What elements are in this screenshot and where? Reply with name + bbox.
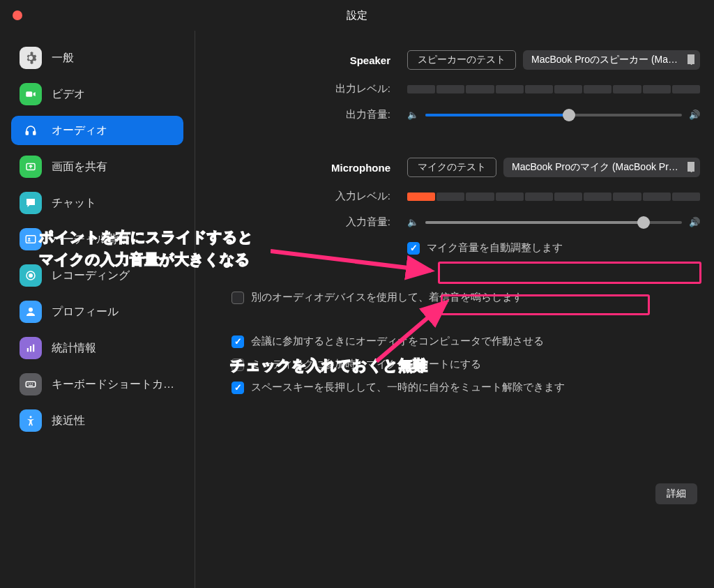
volume-high-icon: 🔊 — [689, 110, 700, 120]
accessibility-icon — [20, 409, 42, 432]
mute-on-join-checkbox[interactable] — [231, 359, 244, 371]
gear-icon — [20, 47, 42, 69]
chat-icon — [20, 192, 42, 214]
sidebar-item-3[interactable]: 画面を共有 — [11, 152, 183, 181]
output-level-meter — [407, 85, 700, 93]
svg-rect-1 — [26, 132, 28, 135]
output-volume-label: 出力音量: — [212, 108, 407, 121]
audio-settings-pane: Speaker スピーカーのテスト MacBook Proのスピーカー (Mac… — [195, 31, 714, 588]
join-audio-checkbox[interactable] — [231, 336, 244, 348]
svg-rect-10 — [30, 346, 31, 352]
svg-rect-0 — [26, 91, 32, 97]
speaker-heading: Speaker — [212, 54, 407, 66]
slider-thumb[interactable] — [637, 216, 650, 229]
person-icon — [20, 301, 42, 323]
sidebar-item-6[interactable]: レコーディング — [11, 261, 183, 290]
titlebar: 設定 — [0, 0, 714, 31]
svg-point-15 — [32, 384, 33, 385]
microphone-heading: Microphone — [212, 162, 407, 174]
auto-adjust-mic-label: マイク音量を自動調整します — [427, 241, 563, 255]
sidebar-item-label: 一般 — [52, 51, 74, 66]
sidebar-item-9[interactable]: キーボードショートカ… — [11, 370, 183, 399]
space-unmute-row: スペースキーを長押しして、一時的に自分をミュート解除できます — [231, 381, 700, 394]
headphones-icon — [20, 119, 42, 142]
sidebar-item-2[interactable]: オーディオ — [11, 116, 183, 145]
svg-rect-4 — [26, 236, 36, 243]
output-level-label: 出力レベル: — [212, 82, 407, 96]
settings-sidebar: 一般ビデオオーディオ画面を共有チャットバーチャル背景レコーディングプロフィール統… — [0, 31, 195, 588]
sidebar-item-label: レコーディング — [52, 269, 130, 283]
speaker-device-select[interactable]: MacBook Proのスピーカー (MacBook Pro… ⌃⌄ — [523, 50, 700, 70]
video-icon — [20, 83, 42, 105]
sidebar-item-label: チャット — [52, 196, 96, 211]
separate-ringtone-label: 別のオーディオデバイスを使用して、着信音を鳴らします — [251, 291, 523, 304]
sidebar-item-label: オーディオ — [52, 123, 107, 138]
sidebar-item-8[interactable]: 統計情報 — [11, 333, 183, 363]
microphone-device-select[interactable]: MacBook Proのマイク (MacBook Proのマ… ⌃⌄ — [503, 158, 700, 177]
input-level-meter — [407, 193, 700, 201]
volume-high-icon: 🔊 — [689, 217, 700, 227]
sidebar-item-label: バーチャル背景 — [52, 232, 130, 247]
mute-on-join-row: ミーティングに参加時、マイクをミュートにする — [231, 358, 700, 371]
sidebar-item-5[interactable]: バーチャル背景 — [11, 225, 183, 254]
sidebar-item-7[interactable]: プロフィール — [11, 297, 183, 326]
test-speaker-button[interactable]: スピーカーのテスト — [407, 50, 516, 70]
sidebar-item-10[interactable]: 接近性 — [11, 406, 183, 435]
space-unmute-checkbox[interactable] — [231, 382, 244, 394]
traffic-lights — [13, 10, 22, 20]
sidebar-item-label: プロフィール — [52, 305, 119, 319]
test-microphone-button[interactable]: マイクのテスト — [407, 158, 496, 177]
svg-rect-2 — [33, 132, 36, 135]
volume-low-icon: 🔈 — [407, 110, 418, 120]
sidebar-item-label: 統計情報 — [52, 341, 96, 356]
svg-rect-9 — [27, 348, 29, 352]
chevron-updown-icon: ⌃⌄ — [688, 163, 694, 172]
join-audio-label: 会議に参加するときにオーディオをコンピュータで作動させる — [251, 335, 544, 348]
separate-ringtone-row: 別のオーディオデバイスを使用して、着信音を鳴らします — [231, 291, 700, 304]
input-volume-label: 入力音量: — [212, 216, 407, 229]
stats-icon — [20, 337, 42, 359]
svg-rect-11 — [33, 345, 34, 352]
svg-point-8 — [29, 308, 33, 312]
svg-rect-12 — [26, 382, 36, 387]
contact-icon — [20, 228, 42, 250]
svg-point-14 — [30, 384, 31, 385]
close-window-button[interactable] — [13, 10, 22, 20]
auto-adjust-mic-checkbox[interactable] — [407, 242, 420, 255]
sidebar-item-label: キーボードショートカ… — [52, 377, 174, 392]
input-volume-slider[interactable] — [425, 221, 682, 224]
svg-point-5 — [28, 238, 30, 240]
sidebar-item-label: 画面を共有 — [52, 160, 107, 174]
svg-point-7 — [29, 274, 33, 278]
mute-on-join-label: ミーティングに参加時、マイクをミュートにする — [251, 358, 481, 371]
advanced-button[interactable]: 詳細 — [655, 483, 697, 504]
output-volume-slider[interactable] — [425, 114, 682, 116]
chevron-updown-icon: ⌃⌄ — [688, 55, 694, 64]
svg-rect-16 — [29, 385, 33, 386]
speaker-device-value: MacBook Proのスピーカー (MacBook Pro… — [531, 54, 700, 65]
keyboard-icon — [20, 373, 42, 395]
volume-low-icon: 🔈 — [407, 217, 418, 227]
sidebar-item-label: ビデオ — [52, 87, 85, 102]
space-unmute-label: スペースキーを長押しして、一時的に自分をミュート解除できます — [251, 381, 565, 394]
microphone-device-value: MacBook Proのマイク (MacBook Proのマ… — [512, 161, 700, 172]
separate-ringtone-checkbox[interactable] — [231, 292, 244, 304]
window-title: 設定 — [0, 9, 714, 22]
input-level-label: 入力レベル: — [212, 190, 407, 203]
share-icon — [20, 156, 42, 178]
svg-point-13 — [28, 384, 29, 385]
sidebar-item-label: 接近性 — [52, 414, 85, 428]
join-audio-row: 会議に参加するときにオーディオをコンピュータで作動させる — [231, 335, 700, 348]
record-icon — [20, 264, 42, 287]
slider-thumb[interactable] — [563, 109, 575, 121]
sidebar-item-4[interactable]: チャット — [11, 188, 183, 218]
sidebar-item-0[interactable]: 一般 — [11, 43, 183, 73]
sidebar-item-1[interactable]: ビデオ — [11, 80, 183, 109]
svg-point-17 — [30, 416, 32, 418]
